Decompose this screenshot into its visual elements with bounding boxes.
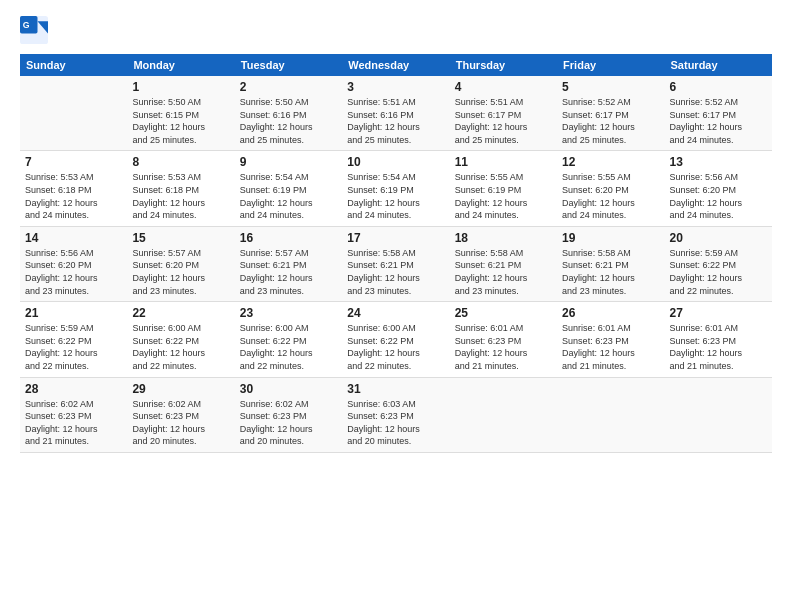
day-cell: 15Sunrise: 5:57 AM Sunset: 6:20 PM Dayli…: [127, 226, 234, 301]
day-number: 28: [25, 382, 122, 396]
day-number: 5: [562, 80, 659, 94]
week-row-3: 21Sunrise: 5:59 AM Sunset: 6:22 PM Dayli…: [20, 302, 772, 377]
day-cell: 28Sunrise: 6:02 AM Sunset: 6:23 PM Dayli…: [20, 377, 127, 452]
day-info: Sunrise: 5:53 AM Sunset: 6:18 PM Dayligh…: [132, 171, 229, 221]
day-info: Sunrise: 5:50 AM Sunset: 6:15 PM Dayligh…: [132, 96, 229, 146]
day-cell: 21Sunrise: 5:59 AM Sunset: 6:22 PM Dayli…: [20, 302, 127, 377]
header-thursday: Thursday: [450, 54, 557, 76]
day-cell: 3Sunrise: 5:51 AM Sunset: 6:16 PM Daylig…: [342, 76, 449, 151]
day-number: 23: [240, 306, 337, 320]
week-row-2: 14Sunrise: 5:56 AM Sunset: 6:20 PM Dayli…: [20, 226, 772, 301]
day-info: Sunrise: 5:53 AM Sunset: 6:18 PM Dayligh…: [25, 171, 122, 221]
week-row-4: 28Sunrise: 6:02 AM Sunset: 6:23 PM Dayli…: [20, 377, 772, 452]
day-number: 2: [240, 80, 337, 94]
day-number: 26: [562, 306, 659, 320]
day-cell: 18Sunrise: 5:58 AM Sunset: 6:21 PM Dayli…: [450, 226, 557, 301]
day-number: 29: [132, 382, 229, 396]
day-info: Sunrise: 6:00 AM Sunset: 6:22 PM Dayligh…: [347, 322, 444, 372]
day-cell: 24Sunrise: 6:00 AM Sunset: 6:22 PM Dayli…: [342, 302, 449, 377]
day-cell: 17Sunrise: 5:58 AM Sunset: 6:21 PM Dayli…: [342, 226, 449, 301]
day-info: Sunrise: 5:54 AM Sunset: 6:19 PM Dayligh…: [347, 171, 444, 221]
day-info: Sunrise: 5:55 AM Sunset: 6:20 PM Dayligh…: [562, 171, 659, 221]
day-number: 10: [347, 155, 444, 169]
calendar-table: SundayMondayTuesdayWednesdayThursdayFrid…: [20, 54, 772, 453]
day-cell: [450, 377, 557, 452]
day-number: 31: [347, 382, 444, 396]
day-number: 30: [240, 382, 337, 396]
day-number: 15: [132, 231, 229, 245]
day-info: Sunrise: 6:02 AM Sunset: 6:23 PM Dayligh…: [25, 398, 122, 448]
header-wednesday: Wednesday: [342, 54, 449, 76]
day-number: 11: [455, 155, 552, 169]
week-row-0: 1Sunrise: 5:50 AM Sunset: 6:15 PM Daylig…: [20, 76, 772, 151]
day-number: 14: [25, 231, 122, 245]
day-cell: 4Sunrise: 5:51 AM Sunset: 6:17 PM Daylig…: [450, 76, 557, 151]
day-number: 8: [132, 155, 229, 169]
day-number: 7: [25, 155, 122, 169]
day-info: Sunrise: 6:01 AM Sunset: 6:23 PM Dayligh…: [670, 322, 767, 372]
day-info: Sunrise: 6:01 AM Sunset: 6:23 PM Dayligh…: [455, 322, 552, 372]
day-cell: 6Sunrise: 5:52 AM Sunset: 6:17 PM Daylig…: [665, 76, 772, 151]
header-friday: Friday: [557, 54, 664, 76]
day-cell: 10Sunrise: 5:54 AM Sunset: 6:19 PM Dayli…: [342, 151, 449, 226]
header: G: [20, 16, 772, 44]
day-info: Sunrise: 5:58 AM Sunset: 6:21 PM Dayligh…: [562, 247, 659, 297]
week-row-1: 7Sunrise: 5:53 AM Sunset: 6:18 PM Daylig…: [20, 151, 772, 226]
day-cell: 2Sunrise: 5:50 AM Sunset: 6:16 PM Daylig…: [235, 76, 342, 151]
day-cell: [665, 377, 772, 452]
header-monday: Monday: [127, 54, 234, 76]
day-cell: 8Sunrise: 5:53 AM Sunset: 6:18 PM Daylig…: [127, 151, 234, 226]
day-number: 3: [347, 80, 444, 94]
day-info: Sunrise: 5:59 AM Sunset: 6:22 PM Dayligh…: [25, 322, 122, 372]
day-cell: 26Sunrise: 6:01 AM Sunset: 6:23 PM Dayli…: [557, 302, 664, 377]
day-cell: 29Sunrise: 6:02 AM Sunset: 6:23 PM Dayli…: [127, 377, 234, 452]
header-row: SundayMondayTuesdayWednesdayThursdayFrid…: [20, 54, 772, 76]
day-number: 24: [347, 306, 444, 320]
day-info: Sunrise: 5:57 AM Sunset: 6:20 PM Dayligh…: [132, 247, 229, 297]
day-number: 22: [132, 306, 229, 320]
day-cell: 13Sunrise: 5:56 AM Sunset: 6:20 PM Dayli…: [665, 151, 772, 226]
svg-text:G: G: [23, 20, 30, 30]
header-saturday: Saturday: [665, 54, 772, 76]
day-number: 12: [562, 155, 659, 169]
day-number: 20: [670, 231, 767, 245]
day-cell: 1Sunrise: 5:50 AM Sunset: 6:15 PM Daylig…: [127, 76, 234, 151]
day-info: Sunrise: 5:51 AM Sunset: 6:17 PM Dayligh…: [455, 96, 552, 146]
day-cell: 9Sunrise: 5:54 AM Sunset: 6:19 PM Daylig…: [235, 151, 342, 226]
day-info: Sunrise: 5:51 AM Sunset: 6:16 PM Dayligh…: [347, 96, 444, 146]
day-cell: 23Sunrise: 6:00 AM Sunset: 6:22 PM Dayli…: [235, 302, 342, 377]
day-number: 13: [670, 155, 767, 169]
day-number: 6: [670, 80, 767, 94]
day-info: Sunrise: 5:58 AM Sunset: 6:21 PM Dayligh…: [455, 247, 552, 297]
day-info: Sunrise: 6:00 AM Sunset: 6:22 PM Dayligh…: [132, 322, 229, 372]
day-cell: 27Sunrise: 6:01 AM Sunset: 6:23 PM Dayli…: [665, 302, 772, 377]
day-number: 4: [455, 80, 552, 94]
day-number: 27: [670, 306, 767, 320]
day-info: Sunrise: 5:52 AM Sunset: 6:17 PM Dayligh…: [670, 96, 767, 146]
day-info: Sunrise: 6:01 AM Sunset: 6:23 PM Dayligh…: [562, 322, 659, 372]
day-number: 25: [455, 306, 552, 320]
day-info: Sunrise: 5:56 AM Sunset: 6:20 PM Dayligh…: [670, 171, 767, 221]
day-info: Sunrise: 5:59 AM Sunset: 6:22 PM Dayligh…: [670, 247, 767, 297]
day-cell: 25Sunrise: 6:01 AM Sunset: 6:23 PM Dayli…: [450, 302, 557, 377]
day-cell: 20Sunrise: 5:59 AM Sunset: 6:22 PM Dayli…: [665, 226, 772, 301]
day-info: Sunrise: 6:00 AM Sunset: 6:22 PM Dayligh…: [240, 322, 337, 372]
day-info: Sunrise: 6:02 AM Sunset: 6:23 PM Dayligh…: [240, 398, 337, 448]
day-info: Sunrise: 5:58 AM Sunset: 6:21 PM Dayligh…: [347, 247, 444, 297]
logo-icon: G: [20, 16, 48, 44]
header-tuesday: Tuesday: [235, 54, 342, 76]
day-number: 16: [240, 231, 337, 245]
logo: G: [20, 16, 52, 44]
day-info: Sunrise: 6:03 AM Sunset: 6:23 PM Dayligh…: [347, 398, 444, 448]
day-info: Sunrise: 5:56 AM Sunset: 6:20 PM Dayligh…: [25, 247, 122, 297]
day-cell: 22Sunrise: 6:00 AM Sunset: 6:22 PM Dayli…: [127, 302, 234, 377]
day-cell: 11Sunrise: 5:55 AM Sunset: 6:19 PM Dayli…: [450, 151, 557, 226]
day-cell: 31Sunrise: 6:03 AM Sunset: 6:23 PM Dayli…: [342, 377, 449, 452]
day-cell: 16Sunrise: 5:57 AM Sunset: 6:21 PM Dayli…: [235, 226, 342, 301]
day-number: 18: [455, 231, 552, 245]
day-cell: 19Sunrise: 5:58 AM Sunset: 6:21 PM Dayli…: [557, 226, 664, 301]
day-cell: 14Sunrise: 5:56 AM Sunset: 6:20 PM Dayli…: [20, 226, 127, 301]
day-cell: [20, 76, 127, 151]
day-info: Sunrise: 6:02 AM Sunset: 6:23 PM Dayligh…: [132, 398, 229, 448]
day-cell: 7Sunrise: 5:53 AM Sunset: 6:18 PM Daylig…: [20, 151, 127, 226]
